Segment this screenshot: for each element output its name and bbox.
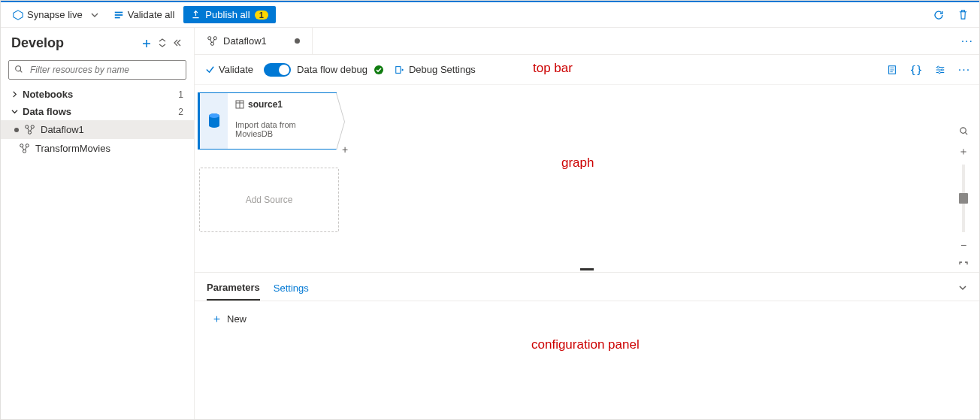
svg-point-10	[23, 150, 26, 153]
annotation-graph: graph	[561, 156, 594, 171]
tree-item-label: Dataflow1	[41, 124, 84, 135]
svg-point-17	[937, 66, 939, 68]
tree-section-notebooks[interactable]: Notebooks 1	[1, 86, 194, 103]
add-source-placeholder[interactable]: Add Source	[199, 168, 339, 232]
new-label: New	[227, 313, 247, 325]
configuration-panel: Parameters Settings ＋ New configuration …	[195, 272, 979, 419]
script-icon	[887, 65, 897, 75]
tree-item-transformmovies[interactable]: TransformMovies	[1, 139, 194, 158]
synapse-live-label: Synapse live	[27, 9, 83, 20]
tree-item-label: TransformMovies	[35, 143, 110, 154]
tab-dataflow1[interactable]: Dataflow1	[195, 28, 313, 54]
zoom-control: ＋ −	[954, 122, 973, 267]
svg-point-12	[213, 37, 216, 40]
config-tab-settings[interactable]: Settings	[274, 279, 309, 300]
config-tab-parameters[interactable]: Parameters	[207, 279, 260, 301]
table-icon	[235, 100, 244, 109]
add-transform-button[interactable]: +	[342, 144, 348, 156]
tab-label: Dataflow1	[223, 35, 267, 47]
svg-point-13	[210, 42, 213, 45]
tree-item-dataflow1[interactable]: Dataflow1	[1, 120, 194, 139]
add-resource-button[interactable]	[140, 37, 153, 50]
chevron-left-double-icon	[173, 38, 182, 47]
tab-more-button[interactable]: ···	[961, 35, 973, 48]
toolbar-braces-button[interactable]: {}	[907, 61, 925, 79]
search-icon	[959, 126, 969, 136]
svg-point-7	[28, 131, 31, 134]
zoom-thumb[interactable]	[959, 193, 968, 204]
annotation-config: configuration panel	[531, 337, 640, 352]
section-count: 1	[178, 89, 183, 100]
svg-rect-15	[396, 66, 401, 73]
dataflow-icon	[19, 143, 30, 154]
svg-point-21	[209, 113, 219, 118]
tree-section-dataflows[interactable]: Data flows 2	[1, 103, 194, 120]
section-label: Data flows	[23, 106, 71, 117]
dataflow-canvas[interactable]: source1 Import data from MoviesDB + Add …	[195, 85, 979, 267]
delete-button[interactable]	[952, 5, 973, 26]
chevron-right-icon	[11, 91, 18, 98]
unsaved-indicator	[295, 38, 300, 44]
expand-all-button[interactable]	[156, 37, 168, 50]
publish-icon	[191, 10, 201, 20]
zoom-fit-button[interactable]	[955, 258, 972, 267]
refresh-button[interactable]	[928, 5, 949, 26]
svg-point-18	[941, 68, 943, 71]
sliders-icon	[935, 65, 945, 75]
svg-point-9	[26, 144, 29, 147]
svg-rect-3	[114, 17, 119, 18]
canvas-toolbar: Validate Data flow debug Debug Settings	[195, 55, 979, 85]
svg-point-6	[31, 125, 34, 128]
database-icon	[207, 112, 222, 130]
editor-tab-strip: Dataflow1 ···	[195, 28, 979, 55]
debug-settings-button[interactable]: Debug Settings	[390, 61, 480, 78]
validate-label: Validate	[219, 64, 253, 75]
node-description: Import data from MoviesDB	[235, 120, 328, 138]
debug-toggle-label: Data flow debug	[297, 64, 368, 75]
section-label: Notebooks	[23, 89, 73, 100]
refresh-icon	[933, 9, 945, 21]
synapse-icon	[13, 10, 23, 20]
validate-all-button[interactable]: Validate all	[107, 6, 181, 23]
toolbar-script-button[interactable]	[883, 61, 901, 79]
zoom-search-button[interactable]	[955, 122, 972, 139]
synapse-live-dropdown[interactable]: Synapse live	[7, 6, 104, 23]
svg-point-11	[208, 37, 211, 40]
zoom-slider[interactable]	[962, 165, 965, 232]
collapse-panel-button[interactable]	[958, 283, 967, 297]
debug-status-icon	[374, 65, 384, 75]
debug-toggle[interactable]	[264, 63, 291, 77]
filter-input[interactable]	[8, 60, 186, 80]
zoom-in-button[interactable]: ＋	[955, 144, 972, 160]
svg-marker-0	[14, 10, 23, 19]
double-chevron-icon	[158, 38, 167, 47]
toolbar-filter-button[interactable]	[931, 61, 949, 79]
chevron-down-icon	[958, 283, 967, 292]
plus-icon	[141, 38, 152, 49]
source-node[interactable]: source1 Import data from MoviesDB	[198, 92, 337, 150]
chevron-down-icon	[11, 108, 18, 115]
debug-settings-label: Debug Settings	[409, 64, 476, 75]
svg-point-4	[16, 66, 21, 71]
svg-rect-1	[114, 11, 122, 13]
unsaved-indicator	[14, 128, 19, 132]
publish-all-label: Publish all	[205, 9, 250, 20]
new-parameter-button[interactable]: ＋ New	[211, 312, 963, 326]
settings-play-icon	[395, 65, 405, 75]
check-icon	[205, 65, 215, 74]
svg-point-8	[20, 144, 23, 147]
fit-icon	[958, 261, 969, 267]
publish-all-button[interactable]: Publish all 1	[183, 6, 275, 23]
zoom-out-button[interactable]: −	[955, 237, 972, 253]
chevron-down-icon	[91, 11, 98, 19]
svg-point-19	[939, 71, 941, 74]
develop-sidebar: Develop	[1, 28, 195, 419]
dataflow-icon	[207, 35, 218, 47]
annotation-topbar: top bar	[533, 61, 573, 76]
sidebar-title: Develop	[11, 35, 64, 51]
validate-button[interactable]: Validate	[201, 61, 258, 78]
node-title: source1	[248, 99, 283, 110]
toolbar-more-button[interactable]: ···	[955, 61, 973, 79]
collapse-sidebar-button[interactable]	[171, 37, 183, 50]
svg-point-23	[960, 127, 965, 132]
